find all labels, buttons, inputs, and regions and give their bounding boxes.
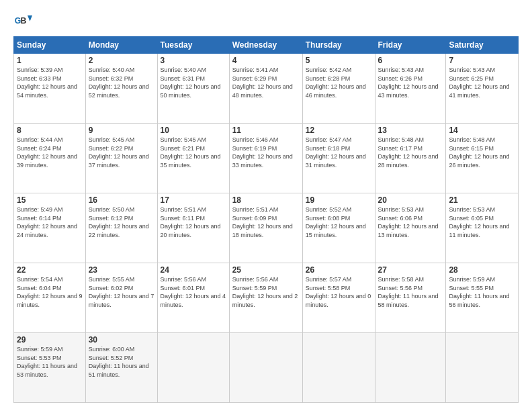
calendar-day-cell: [302, 333, 375, 403]
calendar-day-cell: 15Sunrise: 5:49 AM Sunset: 6:14 PM Dayli…: [14, 193, 86, 263]
day-number: 29: [17, 335, 83, 345]
day-info: Sunrise: 5:51 AM Sunset: 6:11 PM Dayligh…: [161, 205, 226, 239]
day-info: Sunrise: 5:43 AM Sunset: 6:26 PM Dayligh…: [378, 66, 443, 99]
calendar-day-cell: 5Sunrise: 5:42 AM Sunset: 6:28 PM Daylig…: [302, 54, 375, 124]
day-info: Sunrise: 5:41 AM Sunset: 6:29 PM Dayligh…: [232, 66, 300, 99]
day-number: 9: [89, 126, 154, 135]
day-info: Sunrise: 5:49 AM Sunset: 6:14 PM Dayligh…: [17, 205, 83, 239]
day-info: Sunrise: 5:56 AM Sunset: 6:01 PM Dayligh…: [161, 275, 226, 309]
day-info: Sunrise: 5:57 AM Sunset: 5:58 PM Dayligh…: [306, 275, 372, 309]
logo: G B: [13, 11, 35, 30]
day-info: Sunrise: 5:40 AM Sunset: 6:32 PM Dayligh…: [89, 66, 154, 99]
calendar-day-cell: 30Sunrise: 6:00 AM Sunset: 5:52 PM Dayli…: [85, 333, 157, 403]
day-number: 24: [161, 265, 226, 275]
day-number: 25: [232, 265, 300, 275]
svg-marker-2: [28, 15, 32, 21]
calendar-table: SundayMondayTuesdayWednesdayThursdayFrid…: [13, 36, 519, 403]
day-number: 21: [449, 195, 515, 205]
day-number: 4: [232, 56, 300, 65]
day-number: 28: [449, 265, 515, 275]
calendar-day-cell: 6Sunrise: 5:43 AM Sunset: 6:26 PM Daylig…: [375, 54, 446, 124]
day-info: Sunrise: 5:51 AM Sunset: 6:09 PM Dayligh…: [232, 205, 300, 239]
calendar-day-cell: 1Sunrise: 5:39 AM Sunset: 6:33 PM Daylig…: [14, 54, 86, 124]
svg-text:B: B: [21, 16, 27, 26]
day-number: 7: [449, 56, 515, 65]
calendar-body: 1Sunrise: 5:39 AM Sunset: 6:33 PM Daylig…: [14, 54, 519, 403]
day-info: Sunrise: 5:55 AM Sunset: 6:02 PM Dayligh…: [89, 275, 154, 309]
day-info: Sunrise: 5:58 AM Sunset: 5:56 PM Dayligh…: [378, 275, 443, 309]
day-number: 22: [17, 265, 83, 275]
day-info: Sunrise: 5:48 AM Sunset: 6:17 PM Dayligh…: [378, 136, 443, 169]
calendar-day-cell: 22Sunrise: 5:54 AM Sunset: 6:04 PM Dayli…: [14, 263, 86, 333]
calendar-day-cell: 10Sunrise: 5:45 AM Sunset: 6:21 PM Dayli…: [157, 124, 229, 193]
calendar-day-cell: 11Sunrise: 5:46 AM Sunset: 6:19 PM Dayli…: [229, 124, 302, 193]
calendar-day-cell: [157, 333, 229, 403]
page: G B SundayMondayTuesdayWednesdayThursday…: [0, 0, 532, 411]
day-info: Sunrise: 5:43 AM Sunset: 6:25 PM Dayligh…: [449, 66, 515, 99]
day-info: Sunrise: 5:47 AM Sunset: 6:18 PM Dayligh…: [306, 136, 372, 169]
weekday-header-row: SundayMondayTuesdayWednesdayThursdayFrid…: [14, 37, 519, 54]
day-number: 20: [378, 195, 443, 205]
day-number: 1: [17, 56, 83, 65]
day-info: Sunrise: 5:42 AM Sunset: 6:28 PM Dayligh…: [306, 66, 372, 99]
day-number: 13: [378, 126, 443, 135]
calendar-week-row: 1Sunrise: 5:39 AM Sunset: 6:33 PM Daylig…: [14, 54, 519, 124]
calendar-day-cell: 26Sunrise: 5:57 AM Sunset: 5:58 PM Dayli…: [302, 263, 375, 333]
day-info: Sunrise: 5:46 AM Sunset: 6:19 PM Dayligh…: [232, 136, 300, 169]
day-number: 8: [17, 126, 83, 135]
day-number: 16: [89, 195, 154, 205]
day-info: Sunrise: 5:53 AM Sunset: 6:05 PM Dayligh…: [449, 205, 515, 239]
calendar-day-cell: 20Sunrise: 5:53 AM Sunset: 6:06 PM Dayli…: [375, 193, 446, 263]
weekday-header-cell: Sunday: [14, 37, 86, 54]
day-info: Sunrise: 5:48 AM Sunset: 6:15 PM Dayligh…: [449, 136, 515, 169]
weekday-header-cell: Thursday: [302, 37, 375, 54]
calendar-day-cell: 29Sunrise: 5:59 AM Sunset: 5:53 PM Dayli…: [14, 333, 86, 403]
calendar-day-cell: 18Sunrise: 5:51 AM Sunset: 6:09 PM Dayli…: [229, 193, 302, 263]
calendar-day-cell: 14Sunrise: 5:48 AM Sunset: 6:15 PM Dayli…: [446, 124, 519, 193]
calendar-day-cell: 9Sunrise: 5:45 AM Sunset: 6:22 PM Daylig…: [85, 124, 157, 193]
calendar-day-cell: 3Sunrise: 5:40 AM Sunset: 6:31 PM Daylig…: [157, 54, 229, 124]
day-number: 18: [232, 195, 300, 205]
calendar-day-cell: 19Sunrise: 5:52 AM Sunset: 6:08 PM Dayli…: [302, 193, 375, 263]
day-number: 3: [161, 56, 226, 65]
weekday-header-cell: Friday: [375, 37, 446, 54]
day-info: Sunrise: 5:59 AM Sunset: 5:55 PM Dayligh…: [449, 275, 515, 309]
calendar-week-row: 15Sunrise: 5:49 AM Sunset: 6:14 PM Dayli…: [14, 193, 519, 263]
logo-icon: G B: [13, 11, 32, 30]
calendar-day-cell: [229, 333, 302, 403]
calendar-week-row: 8Sunrise: 5:44 AM Sunset: 6:24 PM Daylig…: [14, 124, 519, 193]
day-number: 27: [378, 265, 443, 275]
weekday-header-cell: Wednesday: [229, 37, 302, 54]
day-number: 14: [449, 126, 515, 135]
day-number: 26: [306, 265, 372, 275]
day-number: 17: [161, 195, 226, 205]
day-number: 10: [161, 126, 226, 135]
day-info: Sunrise: 5:54 AM Sunset: 6:04 PM Dayligh…: [17, 275, 83, 309]
day-info: Sunrise: 5:44 AM Sunset: 6:24 PM Dayligh…: [17, 136, 83, 169]
calendar-day-cell: 2Sunrise: 5:40 AM Sunset: 6:32 PM Daylig…: [85, 54, 157, 124]
day-info: Sunrise: 5:45 AM Sunset: 6:22 PM Dayligh…: [89, 136, 154, 169]
weekday-header-cell: Tuesday: [157, 37, 229, 54]
day-info: Sunrise: 5:56 AM Sunset: 5:59 PM Dayligh…: [232, 275, 300, 309]
day-info: Sunrise: 6:00 AM Sunset: 5:52 PM Dayligh…: [89, 345, 154, 379]
day-number: 12: [306, 126, 372, 135]
day-number: 5: [306, 56, 372, 65]
calendar-day-cell: [375, 333, 446, 403]
calendar-day-cell: 4Sunrise: 5:41 AM Sunset: 6:29 PM Daylig…: [229, 54, 302, 124]
calendar-day-cell: 7Sunrise: 5:43 AM Sunset: 6:25 PM Daylig…: [446, 54, 519, 124]
calendar-day-cell: 28Sunrise: 5:59 AM Sunset: 5:55 PM Dayli…: [446, 263, 519, 333]
day-info: Sunrise: 5:53 AM Sunset: 6:06 PM Dayligh…: [378, 205, 443, 239]
weekday-header-cell: Monday: [85, 37, 157, 54]
day-number: 15: [17, 195, 83, 205]
calendar-day-cell: 12Sunrise: 5:47 AM Sunset: 6:18 PM Dayli…: [302, 124, 375, 193]
calendar-day-cell: [446, 333, 519, 403]
calendar-day-cell: 27Sunrise: 5:58 AM Sunset: 5:56 PM Dayli…: [375, 263, 446, 333]
day-number: 2: [89, 56, 154, 65]
day-number: 6: [378, 56, 443, 65]
day-info: Sunrise: 5:50 AM Sunset: 6:12 PM Dayligh…: [89, 205, 154, 239]
calendar-day-cell: 16Sunrise: 5:50 AM Sunset: 6:12 PM Dayli…: [85, 193, 157, 263]
day-info: Sunrise: 5:40 AM Sunset: 6:31 PM Dayligh…: [161, 66, 226, 99]
day-number: 30: [89, 335, 154, 345]
calendar-day-cell: 23Sunrise: 5:55 AM Sunset: 6:02 PM Dayli…: [85, 263, 157, 333]
calendar-day-cell: 21Sunrise: 5:53 AM Sunset: 6:05 PM Dayli…: [446, 193, 519, 263]
